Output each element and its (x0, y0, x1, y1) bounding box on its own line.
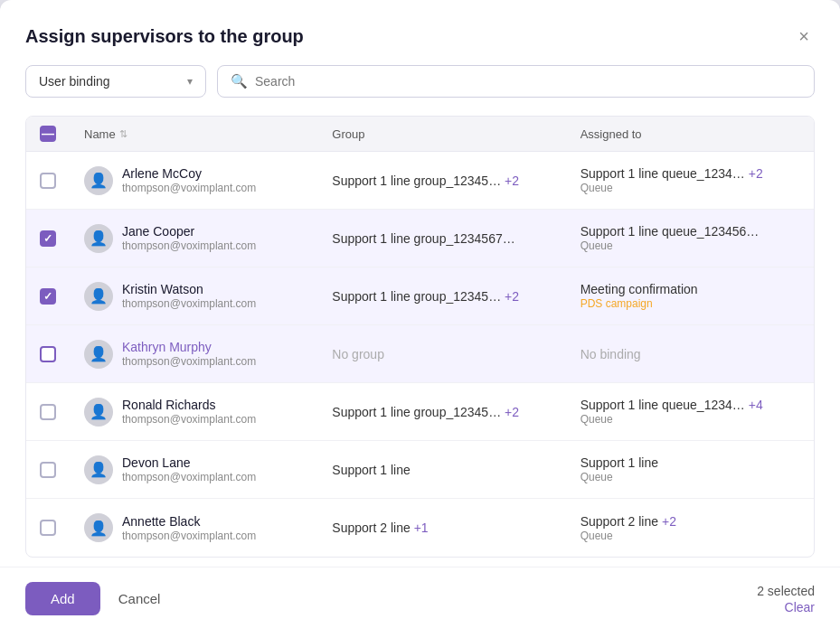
group-plus-badge: +2 (505, 289, 519, 304)
user-info: Annette Black thompson@voximplant.com (122, 514, 256, 542)
assigned-plus-badge: +2 (662, 514, 676, 529)
cell-user: 👤 Kristin Watson thompson@voximplant.com (70, 275, 317, 318)
avatar-icon: 👤 (90, 520, 108, 537)
avatar-icon: 👤 (90, 403, 108, 420)
group-text: Support 1 line group_12345… (332, 174, 501, 188)
user-binding-dropdown[interactable]: User binding ▾ (25, 65, 206, 98)
check-icon: ✓ (43, 290, 52, 303)
row-checkbox[interactable] (40, 520, 56, 536)
row-checkbox[interactable] (40, 404, 56, 420)
header-checkbox[interactable]: — (40, 126, 56, 142)
avatar-icon: 👤 (90, 345, 108, 362)
group-text: Support 1 line group_1234567… (332, 231, 514, 246)
cell-group: No group (317, 340, 565, 369)
user-email: thompson@voximplant.com (122, 355, 256, 368)
row-checkbox-cell[interactable] (26, 346, 70, 362)
cell-user: 👤 Jane Cooper thompson@voximplant.com (70, 217, 317, 260)
user-email: thompson@voximplant.com (122, 239, 256, 252)
cell-group: Support 1 line group_12345… +2 (317, 282, 565, 311)
assigned-text: Support 1 line queue_1234… (580, 166, 745, 181)
table-row: ✓ 👤 Jane Cooper thompson@voximplant.com … (26, 210, 814, 267)
group-text: Support 1 line group_12345… (332, 289, 501, 304)
assigned-text: Meeting confirmation (580, 282, 698, 296)
assigned-type: Queue (580, 471, 799, 483)
user-email: thompson@voximplant.com (122, 413, 256, 426)
row-checkbox-cell[interactable] (26, 520, 70, 536)
header-checkbox-cell[interactable]: — (26, 126, 70, 142)
add-button[interactable]: Add (25, 582, 100, 615)
table-row: 👤 Arlene McCoy thompson@voximplant.com S… (26, 152, 814, 210)
row-checkbox-cell[interactable] (26, 462, 70, 478)
user-name: Arlene McCoy (122, 166, 256, 181)
cell-user: 👤 Ronald Richards thompson@voximplant.co… (70, 390, 317, 434)
filters-row: User binding ▾ 🔍 (25, 65, 815, 98)
group-plus-badge: +1 (414, 521, 429, 535)
group-text: Support 1 line (332, 463, 410, 477)
cell-assigned: Support 1 line Queue (566, 448, 814, 491)
group-text: Support 1 line group_12345… (332, 405, 501, 419)
row-checkbox[interactable]: ✓ (40, 230, 56, 247)
modal-title: Assign supervisors to the group (25, 26, 304, 47)
assigned-text: Support 1 line queue_1234… (580, 398, 745, 412)
cell-assigned: Meeting confirmation PDS campaign (566, 275, 814, 317)
row-checkbox-cell[interactable]: ✓ (26, 230, 70, 247)
user-name: Annette Black (122, 514, 256, 529)
user-name: Jane Cooper (122, 224, 256, 239)
row-checkbox[interactable] (40, 462, 56, 478)
table-container: — Name ⇅ Group Assigned to 👤 Arlene McCo… (25, 116, 815, 558)
table-row: 👤 Devon Lane thompson@voximplant.com Sup… (26, 441, 814, 499)
row-checkbox-cell[interactable]: ✓ (26, 288, 70, 305)
modal: Assign supervisors to the group × User b… (0, 0, 840, 619)
footer: Add Cancel 2 selected Clear (0, 567, 840, 619)
assigned-plus-badge: +4 (749, 398, 763, 412)
user-info: Arlene McCoy thompson@voximplant.com (122, 166, 256, 194)
assigned-type: Queue (580, 239, 799, 252)
cell-assigned: Support 1 line queue_1234… +4 Queue (566, 390, 814, 433)
user-email: thompson@voximplant.com (122, 530, 256, 542)
user-email: thompson@voximplant.com (122, 471, 256, 483)
user-info: Kathryn Murphy thompson@voximplant.com (122, 340, 256, 368)
search-box: 🔍 (217, 65, 815, 98)
assigned-text: Support 1 line queue_123456… (580, 224, 760, 239)
col-header-assigned: Assigned to (566, 126, 814, 142)
avatar-icon: 👤 (90, 287, 108, 305)
user-info: Ronald Richards thompson@voximplant.com (122, 398, 256, 426)
assigned-main: No binding (580, 347, 799, 361)
assigned-main: Support 2 line +2 (580, 514, 799, 529)
row-checkbox[interactable] (40, 346, 56, 362)
assigned-plus-badge: +2 (749, 166, 763, 181)
table-row: 👤 Ronald Richards thompson@voximplant.co… (26, 383, 814, 441)
chevron-down-icon: ▾ (187, 75, 193, 88)
avatar: 👤 (84, 166, 113, 195)
user-info: Kristin Watson thompson@voximplant.com (122, 282, 256, 310)
col-header-name: Name ⇅ (70, 126, 317, 142)
footer-right: 2 selected Clear (757, 584, 815, 614)
search-input[interactable] (255, 74, 801, 89)
cell-group: Support 1 line group_1234567… (317, 224, 565, 253)
close-button[interactable]: × (793, 25, 815, 47)
assigned-text: No binding (580, 347, 641, 361)
user-email: thompson@voximplant.com (122, 297, 256, 310)
user-email: thompson@voximplant.com (122, 182, 256, 194)
table-row: 👤 Kathryn Murphy thompson@voximplant.com… (26, 325, 814, 383)
avatar: 👤 (84, 282, 113, 311)
group-plus-badge: +2 (505, 405, 519, 419)
table-row: ✓ 👤 Kristin Watson thompson@voximplant.c… (26, 267, 814, 325)
user-name: Kristin Watson (122, 282, 256, 296)
table-header: — Name ⇅ Group Assigned to (26, 117, 814, 152)
avatar: 👤 (84, 513, 113, 542)
cancel-button[interactable]: Cancel (111, 582, 168, 615)
cell-group: Support 1 line (317, 455, 565, 484)
row-checkbox[interactable]: ✓ (40, 288, 56, 305)
table-row: 👤 Annette Black thompson@voximplant.com … (26, 499, 814, 557)
avatar-icon: 👤 (90, 172, 108, 189)
group-plus-badge: +2 (505, 174, 519, 188)
row-checkbox-cell[interactable] (26, 173, 70, 189)
cell-assigned: Support 2 line +2 Queue (566, 507, 814, 549)
group-text: Support 2 line (332, 521, 410, 535)
row-checkbox-cell[interactable] (26, 404, 70, 420)
user-info: Jane Cooper thompson@voximplant.com (122, 224, 256, 252)
clear-button[interactable]: Clear (785, 600, 815, 614)
selected-count: 2 selected (757, 584, 815, 598)
row-checkbox[interactable] (40, 173, 56, 189)
